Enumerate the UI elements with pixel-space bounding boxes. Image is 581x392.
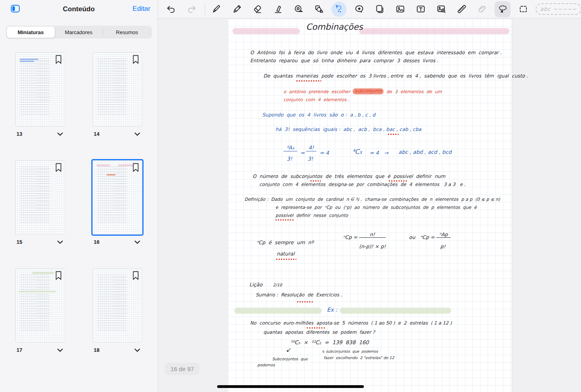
paperclip-icon — [477, 4, 487, 14]
handwritten-text: natural — [277, 251, 295, 257]
page-thumbnail-13[interactable] — [15, 52, 65, 127]
undo-button[interactable] — [163, 1, 179, 17]
handwritten-text: ⁵⁰C₅ × ¹²C₂ = 139 838 160 — [290, 340, 369, 346]
tab-resumos[interactable]: Resumos — [103, 27, 151, 38]
page-options-chevron[interactable] — [56, 239, 64, 245]
bookmark-icon[interactable] — [55, 163, 62, 172]
page-number-label: 18 — [94, 347, 99, 353]
bookmark-icon[interactable] — [132, 55, 139, 64]
bookmark-icon[interactable] — [132, 271, 139, 280]
page-thumbnail-17[interactable] — [15, 268, 65, 343]
page-options-chevron[interactable] — [56, 131, 64, 137]
handwritten-text: Lição — [249, 282, 263, 288]
highlighter-stroke — [359, 28, 509, 34]
eraser-icon — [253, 4, 263, 14]
handwriting-recognition-pill: abc ~~~~~ — [536, 3, 581, 15]
tab-marcadores[interactable]: Marcadores — [55, 27, 103, 38]
handwritten-text: Definição : Dado um conjunto de cardinal… — [244, 197, 500, 202]
text-button[interactable] — [413, 1, 429, 17]
page-number-label: 13 — [16, 131, 22, 137]
red-dotted-underline — [297, 301, 314, 302]
handwritten-text: = — [300, 150, 305, 156]
photo-search-button[interactable] — [433, 1, 449, 17]
pencil-button[interactable] — [229, 1, 245, 17]
image-icon — [395, 4, 405, 14]
handwritten-text: o antónio pretende escolher 1 — [283, 90, 356, 95]
handwritten-text: n! — [359, 232, 386, 238]
handwritten-text: 2/10 — [273, 283, 282, 288]
bookmark-icon[interactable] — [55, 271, 62, 280]
pen-icon — [211, 4, 222, 14]
notebook-page[interactable]: CombinaçõesO António foi à feira do livr… — [228, 19, 512, 392]
edit-button[interactable]: Editar — [133, 5, 150, 13]
tab-miniaturas[interactable]: Miniaturas — [7, 27, 55, 38]
page-thumbnail-15[interactable] — [15, 160, 65, 235]
page-number-label: 16 — [94, 239, 99, 245]
page-options-chevron[interactable] — [133, 131, 141, 137]
sidebar: Conteúdo Editar MiniaturasMarcadoresResu… — [0, 0, 158, 392]
ai-lasso-button[interactable] — [331, 2, 347, 17]
page-options-chevron[interactable] — [133, 239, 141, 245]
tape-icon — [294, 4, 304, 14]
handwritten-text: No concurso euro-milhões aposta-se 5 núm… — [250, 321, 452, 326]
handwritten-text: 3! — [308, 156, 313, 162]
handwritten-text: Subconjuntos que — [272, 357, 308, 361]
page-thumbnail-18[interactable] — [92, 268, 142, 343]
stickers-icon — [354, 4, 364, 14]
highlighter-stroke — [234, 308, 322, 314]
toolbar: abc ~~~~~ — [158, 0, 581, 18]
thumbnail-cell: 17 — [15, 268, 65, 353]
bookmark-icon[interactable] — [132, 163, 139, 172]
thumbnail-footer: 13 — [15, 131, 65, 137]
page-thumbnail-14[interactable] — [92, 52, 142, 127]
tape-button[interactable] — [290, 1, 306, 17]
bookmark-icon[interactable] — [55, 55, 62, 64]
highlighter-stroke — [232, 28, 300, 34]
lasso-button[interactable] — [495, 1, 511, 17]
handwritten-text: há 3! sequências iguais : abc , acb , bc… — [275, 127, 421, 133]
thumbnail-footer: 16 — [92, 239, 142, 245]
handwritten-text: = 4 — [320, 150, 329, 156]
marquee-icon — [518, 4, 528, 14]
cards-button[interactable] — [372, 1, 388, 17]
handwritten-text: quantas apostas diferentes se podem faze… — [263, 330, 375, 335]
chevron-down-icon — [134, 240, 140, 244]
handwritten-text: De quantas maneiras pode escolher os 3 l… — [263, 74, 528, 79]
pen-button[interactable] — [208, 1, 224, 17]
chevron-down-icon — [134, 348, 140, 352]
handwritten-text: (n-p)! × p! — [359, 244, 386, 249]
handwritten-text: podemos — [257, 363, 275, 368]
thumbnail-cell: 16 — [92, 160, 142, 245]
highlighter-button[interactable] — [270, 1, 286, 17]
thumbnail-footer: 15 — [15, 239, 65, 245]
page-thumbnail-16[interactable] — [92, 160, 142, 235]
eraser-button[interactable] — [249, 1, 265, 17]
handwritten-text: 4! — [306, 145, 316, 151]
thumbnail-highlight-mark — [20, 61, 35, 62]
red-dotted-underline — [389, 180, 407, 182]
page-options-chevron[interactable] — [56, 347, 64, 353]
redo-icon — [187, 4, 197, 14]
image-button[interactable] — [392, 1, 408, 17]
ruler-button[interactable] — [454, 1, 470, 17]
handwritten-text: ⁿCp = — [343, 235, 357, 240]
thumbnail-highlight-mark — [20, 59, 38, 60]
chevron-down-icon — [57, 240, 63, 244]
marquee-button[interactable] — [515, 1, 531, 17]
shapes-icon — [314, 4, 324, 14]
home-indicator[interactable] — [217, 385, 364, 388]
handwritten-text: ⁿCp = — [420, 235, 435, 240]
handwritten-text: subconjunto — [353, 88, 384, 94]
handwritten-text: ↳ subconjuntos que podemos — [322, 349, 378, 353]
thumbnail-tabs: MiniaturasMarcadoresResumos — [6, 26, 152, 39]
handwritten-text: e representa-se por ⁿCp ou (ⁿp) ao númer… — [275, 205, 477, 210]
thumbnail-footer: 18 — [92, 347, 142, 353]
page-options-chevron[interactable] — [133, 347, 141, 353]
chevron-down-icon — [57, 132, 63, 136]
thumbnail-highlight-mark — [18, 291, 56, 292]
handwritten-text: Sumário : Resolução de Exercícios . — [256, 292, 342, 298]
handwritten-text: = 4 → — [370, 150, 388, 156]
chevron-down-icon — [57, 348, 63, 352]
stickers-button[interactable] — [351, 1, 367, 17]
shapes-button[interactable] — [311, 1, 327, 17]
